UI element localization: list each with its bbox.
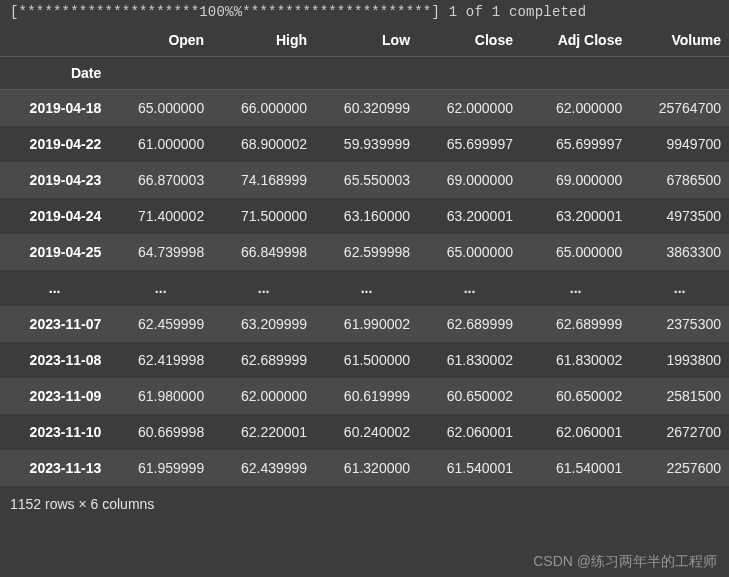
table-row: 2023-11-08 62.419998 62.689999 61.500000…	[0, 342, 729, 378]
cell-high: 63.209999	[212, 306, 315, 342]
cell-close: 61.830002	[418, 342, 521, 378]
row-date: 2019-04-23	[0, 162, 109, 198]
cell-close: 63.200001	[418, 198, 521, 234]
ellipsis-row: ... ... ... ... ... ... ...	[0, 270, 729, 306]
cell-high: 74.168999	[212, 162, 315, 198]
cell-vol: 2581500	[630, 378, 729, 414]
cell-vol: 25764700	[630, 90, 729, 127]
cell-vol: 3863300	[630, 234, 729, 270]
table-row: 2019-04-25 64.739998 66.849998 62.599998…	[0, 234, 729, 270]
table-row: 2019-04-24 71.400002 71.500000 63.160000…	[0, 198, 729, 234]
ellipsis-cell: ...	[521, 270, 630, 306]
column-header-row: Open High Low Close Adj Close Volume	[0, 24, 729, 57]
table-row: 2023-11-09 61.980000 62.000000 60.619999…	[0, 378, 729, 414]
cell-vol: 1993800	[630, 342, 729, 378]
row-date: 2023-11-13	[0, 450, 109, 486]
cell-adj: 65.699997	[521, 126, 630, 162]
table-row: 2023-11-07 62.459999 63.209999 61.990002…	[0, 306, 729, 342]
cell-high: 68.900002	[212, 126, 315, 162]
cell-low: 60.619999	[315, 378, 418, 414]
table-row: 2019-04-18 65.000000 66.000000 60.320999…	[0, 90, 729, 127]
cell-close: 65.000000	[418, 234, 521, 270]
ellipsis-cell: ...	[109, 270, 212, 306]
cell-adj: 62.689999	[521, 306, 630, 342]
cell-low: 62.599998	[315, 234, 418, 270]
cell-adj: 69.000000	[521, 162, 630, 198]
cell-vol: 2257600	[630, 450, 729, 486]
cell-high: 62.439999	[212, 450, 315, 486]
cell-high: 62.689999	[212, 342, 315, 378]
cell-close: 65.699997	[418, 126, 521, 162]
header-open: Open	[109, 24, 212, 57]
index-name-row: Date	[0, 57, 729, 90]
cell-adj: 61.540001	[521, 450, 630, 486]
cell-adj: 60.650002	[521, 378, 630, 414]
header-low: Low	[315, 24, 418, 57]
cell-open: 61.959999	[109, 450, 212, 486]
cell-vol: 6786500	[630, 162, 729, 198]
table-row: 2023-11-10 60.669998 62.220001 60.240002…	[0, 414, 729, 450]
cell-adj: 61.830002	[521, 342, 630, 378]
cell-close: 69.000000	[418, 162, 521, 198]
table-row: 2019-04-23 66.870003 74.168999 65.550003…	[0, 162, 729, 198]
cell-low: 59.939999	[315, 126, 418, 162]
dataframe-table: Open High Low Close Adj Close Volume Dat…	[0, 24, 729, 486]
cell-low: 60.320999	[315, 90, 418, 127]
row-date: 2019-04-25	[0, 234, 109, 270]
row-date: 2019-04-18	[0, 90, 109, 127]
cell-open: 60.669998	[109, 414, 212, 450]
cell-high: 62.000000	[212, 378, 315, 414]
cell-high: 66.000000	[212, 90, 315, 127]
cell-low: 61.990002	[315, 306, 418, 342]
header-adj: Adj Close	[521, 24, 630, 57]
ellipsis-cell: ...	[315, 270, 418, 306]
header-high: High	[212, 24, 315, 57]
cell-close: 61.540001	[418, 450, 521, 486]
cell-open: 61.000000	[109, 126, 212, 162]
cell-high: 62.220001	[212, 414, 315, 450]
ellipsis-cell: ...	[0, 270, 109, 306]
cell-high: 66.849998	[212, 234, 315, 270]
cell-adj: 62.060001	[521, 414, 630, 450]
cell-vol: 9949700	[630, 126, 729, 162]
row-date: 2019-04-22	[0, 126, 109, 162]
ellipsis-cell: ...	[212, 270, 315, 306]
cell-high: 71.500000	[212, 198, 315, 234]
index-name: Date	[0, 57, 109, 90]
cell-vol: 4973500	[630, 198, 729, 234]
cell-adj: 63.200001	[521, 198, 630, 234]
cell-low: 61.500000	[315, 342, 418, 378]
cell-vol: 2375300	[630, 306, 729, 342]
row-date: 2023-11-09	[0, 378, 109, 414]
progress-line: [*********************100%%*************…	[0, 0, 729, 24]
cell-adj: 65.000000	[521, 234, 630, 270]
table-row: 2019-04-22 61.000000 68.900002 59.939999…	[0, 126, 729, 162]
header-blank	[0, 24, 109, 57]
cell-vol: 2672700	[630, 414, 729, 450]
cell-open: 62.419998	[109, 342, 212, 378]
ellipsis-cell: ...	[418, 270, 521, 306]
cell-open: 61.980000	[109, 378, 212, 414]
cell-open: 66.870003	[109, 162, 212, 198]
cell-close: 62.689999	[418, 306, 521, 342]
watermark: CSDN @练习两年半的工程师	[533, 553, 717, 571]
header-close: Close	[418, 24, 521, 57]
table-row: 2023-11-13 61.959999 62.439999 61.320000…	[0, 450, 729, 486]
row-date: 2023-11-08	[0, 342, 109, 378]
row-date: 2023-11-10	[0, 414, 109, 450]
row-date: 2019-04-24	[0, 198, 109, 234]
cell-low: 65.550003	[315, 162, 418, 198]
row-date: 2023-11-07	[0, 306, 109, 342]
header-vol: Volume	[630, 24, 729, 57]
shape-text: 1152 rows × 6 columns	[0, 486, 729, 522]
cell-adj: 62.000000	[521, 90, 630, 127]
cell-open: 62.459999	[109, 306, 212, 342]
cell-open: 64.739998	[109, 234, 212, 270]
cell-low: 61.320000	[315, 450, 418, 486]
cell-open: 65.000000	[109, 90, 212, 127]
cell-low: 63.160000	[315, 198, 418, 234]
ellipsis-cell: ...	[630, 270, 729, 306]
cell-close: 60.650002	[418, 378, 521, 414]
cell-low: 60.240002	[315, 414, 418, 450]
cell-close: 62.060001	[418, 414, 521, 450]
